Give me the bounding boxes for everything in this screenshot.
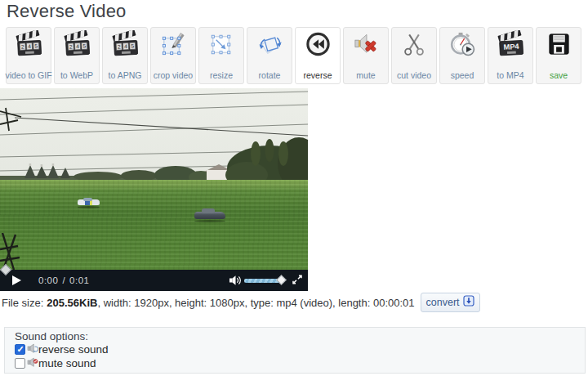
rotate-icon — [255, 30, 285, 59]
current-time: 0:00 — [38, 275, 58, 285]
sound-options-panel: Sound options: reverse sound mute sound — [4, 327, 586, 374]
toolbar-button-resize[interactable]: resize — [198, 27, 244, 84]
reverse-sound-option[interactable]: reverse sound — [15, 342, 575, 356]
clapperboard-mp4-icon: MP4 — [496, 30, 526, 59]
toolbar-button-to-mp4[interactable]: MP4 to MP4 — [488, 27, 533, 84]
duration: 0:01 — [69, 275, 89, 285]
toolbar: 245 video to GIF 245 to WebP 245 to APNG… — [6, 27, 581, 84]
play-button[interactable] — [12, 275, 21, 285]
floppy-disk-icon — [544, 30, 574, 59]
rewind-icon — [303, 30, 333, 59]
mute-sound-checkbox[interactable] — [15, 358, 25, 369]
svg-text:5: 5 — [131, 43, 134, 49]
sound-options-title: Sound options: — [15, 330, 575, 342]
toolbar-button-label: mute — [356, 70, 375, 80]
mute-sound-label[interactable]: mute sound — [38, 357, 96, 369]
police-car — [78, 198, 100, 207]
toolbar-button-video-to-gif[interactable]: 245 video to GIF — [6, 27, 51, 84]
toolbar-button-cut[interactable]: cut video — [391, 27, 437, 84]
video-frame[interactable] — [0, 88, 308, 270]
scissors-icon — [399, 30, 430, 59]
page-title: Reverse Video — [7, 1, 127, 22]
file-details: , width: 1920px, height: 1080px, type: m… — [97, 297, 414, 309]
svg-text:MP4: MP4 — [503, 43, 519, 51]
toolbar-button-to-apng[interactable]: 245 to APNG — [102, 27, 148, 84]
toolbar-button-crop[interactable]: crop video — [150, 27, 196, 84]
dark-car — [194, 208, 225, 221]
speaker-icon[interactable] — [229, 275, 243, 289]
file-size-label: File size: — [2, 297, 43, 309]
volume-slider[interactable] — [244, 279, 282, 283]
toolbar-button-label: to MP4 — [497, 70, 523, 80]
speaker-mute-icon — [27, 356, 38, 371]
toolbar-button-to-webp[interactable]: 245 to WebP — [54, 27, 100, 84]
svg-text:4: 4 — [123, 43, 127, 49]
toolbar-button-label: video to GIF — [5, 70, 51, 80]
time-display: 0:00/0:01 — [38, 275, 89, 285]
toolbar-button-label: rotate — [259, 70, 281, 80]
speaker-reverse-icon — [27, 342, 38, 357]
resize-icon — [207, 30, 237, 59]
toolbar-button-label: save — [550, 70, 568, 80]
mute-sound-option[interactable]: mute sound — [15, 356, 575, 370]
player-controls: 0:00/0:01 — [0, 270, 308, 291]
svg-text:2: 2 — [69, 43, 72, 49]
volume-handle[interactable] — [276, 275, 287, 285]
toolbar-button-label: to WebP — [60, 70, 93, 80]
toolbar-button-label: crop video — [154, 70, 193, 80]
toolbar-button-save[interactable]: save — [536, 27, 581, 84]
svg-text:2: 2 — [20, 43, 24, 49]
toolbar-button-mute[interactable]: mute — [343, 27, 389, 84]
muted-speaker-icon — [351, 30, 381, 59]
file-info: File size:205.56KiB, width: 1920px, heig… — [2, 293, 480, 312]
file-size-value: 205.56KiB — [47, 297, 97, 309]
toolbar-button-label: to APNG — [109, 70, 142, 80]
convert-button[interactable]: convert — [421, 293, 480, 312]
clapperboard-icon: 245 — [110, 30, 140, 59]
video-player: 0:00/0:01 — [0, 88, 308, 291]
convert-button-label: convert — [426, 297, 460, 308]
reverse-sound-label[interactable]: reverse sound — [38, 343, 109, 356]
toolbar-button-label: cut video — [397, 70, 431, 80]
stopwatch-icon — [448, 30, 478, 59]
field — [0, 180, 308, 270]
toolbar-button-label: reverse — [303, 70, 332, 80]
convert-download-icon — [463, 295, 474, 309]
svg-text:2: 2 — [117, 43, 120, 49]
svg-text:4: 4 — [27, 43, 30, 49]
toolbar-button-speed[interactable]: speed — [439, 27, 485, 84]
toolbar-button-label: resize — [210, 70, 233, 80]
treeline — [0, 129, 308, 186]
reverse-sound-checkbox[interactable] — [15, 344, 25, 355]
clapperboard-icon: 245 — [62, 30, 92, 59]
fullscreen-icon[interactable] — [292, 274, 303, 289]
toolbar-button-label: speed — [451, 70, 474, 80]
svg-text:5: 5 — [82, 43, 86, 49]
svg-text:5: 5 — [34, 43, 38, 49]
svg-text:4: 4 — [75, 43, 78, 49]
time-separator: / — [62, 275, 65, 285]
toolbar-button-reverse[interactable]: reverse — [295, 27, 341, 84]
toolbar-button-rotate[interactable]: rotate — [247, 27, 292, 84]
crop-icon — [158, 30, 189, 59]
clapperboard-icon: 245 — [14, 30, 44, 59]
